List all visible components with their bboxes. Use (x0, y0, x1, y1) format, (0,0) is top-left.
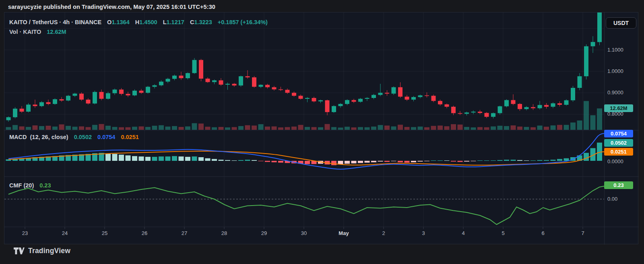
symbol-title: KAITO / TetherUS · 4h · BINANCE (9, 19, 101, 25)
change-value: +0.1857 (+16.34%) (218, 19, 268, 25)
volume-legend: Vol · KAITO 12.62M (9, 29, 68, 35)
time-axis-label: 23 (22, 230, 28, 236)
cmf-zero-tick: 0.00 (607, 195, 636, 203)
macd-params: (12, 26, close) (30, 134, 68, 140)
chart-widget: KAITO / TetherUS · 4h · BINANCE O1.1364 … (4, 12, 638, 244)
cmf-axis-badge: 0.23 (604, 181, 633, 189)
open-label: O (107, 19, 111, 25)
time-axis-label: May (339, 230, 349, 236)
volume-axis-badge: 12.62M (604, 104, 633, 112)
time-axis-label: 30 (301, 230, 307, 236)
macd-hist-badge: 0.0502 (604, 139, 633, 147)
cmf-value: 0.23 (39, 182, 51, 189)
close-value: 1.3223 (194, 19, 212, 25)
macd-line-badge: 0.0754 (604, 130, 633, 137)
time-axis-label: 24 (62, 230, 68, 236)
time-axis-label: 3 (422, 230, 425, 236)
chart-canvas[interactable] (4, 12, 639, 245)
time-axis-label: 6 (541, 230, 544, 236)
tradingview-brand-text: TradingView (28, 247, 70, 255)
time-axis-label: 27 (182, 230, 187, 236)
volume-value: 12.62M (47, 29, 66, 35)
time-axis-label: 2 (382, 230, 385, 236)
macd-legend: MACD (12, 26, close) 0.0502 0.0754 0.025… (9, 134, 140, 140)
symbol-legend: KAITO / TetherUS · 4h · BINANCE O1.1364 … (9, 19, 269, 25)
chart-plot-area[interactable] (4, 12, 639, 245)
low-value: 1.1217 (167, 19, 184, 25)
low-label: L (163, 19, 167, 25)
time-axis-label: 26 (142, 230, 147, 236)
macd-zero-tick: 0.0000 (607, 158, 636, 165)
time-axis-label: 29 (261, 230, 267, 236)
currency-toggle-button[interactable]: USDT (606, 17, 636, 29)
time-axis[interactable]: 2324252627282930May234567 (4, 227, 639, 245)
time-axis-label: 28 (221, 230, 227, 236)
cmf-title: CMF (20) (9, 182, 34, 189)
publisher-attribution: sarayucyzie published on TradingView.com… (8, 2, 215, 12)
macd-title: MACD (9, 134, 27, 140)
high-label: H (135, 19, 139, 25)
time-axis-label: 25 (102, 230, 107, 236)
time-axis-label: 7 (581, 230, 584, 236)
close-label: C (190, 19, 194, 25)
time-axis-label: 5 (502, 230, 504, 236)
price-tick-1.1000: 1.1000 (607, 46, 636, 54)
macd-signal-badge: 0.0251 (604, 148, 633, 156)
open-value: 1.1364 (111, 19, 129, 25)
volume-label: Vol · KAITO (9, 29, 41, 35)
macd-signal-value: 0.0251 (121, 134, 138, 140)
time-axis-label: 4 (462, 230, 464, 236)
high-value: 1.4500 (139, 19, 157, 25)
cmf-legend: CMF (20) 0.23 (9, 182, 53, 189)
tradingview-footer-link[interactable]: TradingView (14, 247, 70, 255)
macd-hist-value: 0.0502 (74, 134, 92, 140)
price-tick-0.9000: 0.9000 (607, 89, 636, 96)
tradingview-logo-icon (14, 247, 25, 255)
price-tick-1.0000: 1.0000 (607, 68, 636, 75)
macd-line-value: 0.0754 (97, 134, 115, 140)
tradingview-snapshot-page: sarayucyzie published on TradingView.com… (0, 0, 644, 264)
